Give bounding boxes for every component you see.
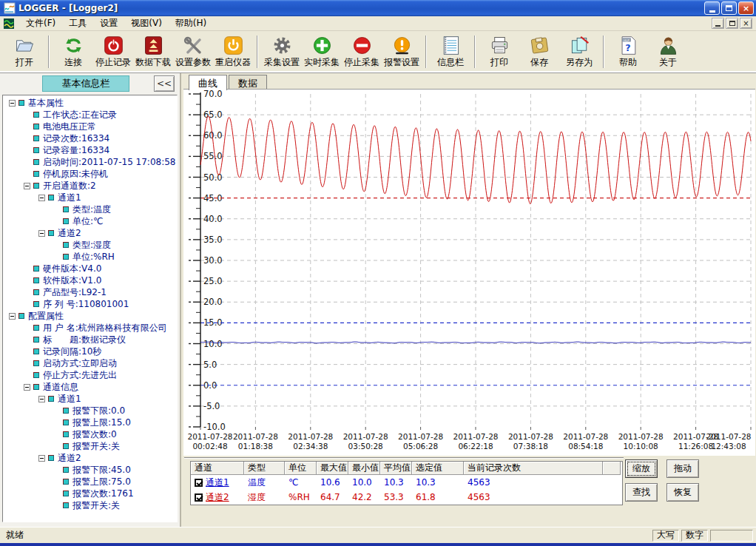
toolbar-button-help[interactable]: HLP?帮助 [608,33,648,70]
tree-item[interactable]: 配置属性 [4,310,177,322]
tree-item[interactable]: 开启通道数:2 [4,180,177,192]
channel-name[interactable]: 通道2 [206,491,229,504]
channel-checkbox[interactable] [195,479,203,487]
tree-item[interactable]: 标 题:数据记录仪 [4,334,177,346]
tree-item[interactable]: 报警次数:0 [4,428,177,440]
find-button[interactable]: 查找 [625,483,658,502]
tree-item[interactable]: 报警上限:15.0 [4,417,177,428]
table-header-cell[interactable]: 最大值 [317,462,348,475]
tree-item[interactable]: 记录次数:16334 [4,132,177,144]
tree-expander-icon[interactable] [24,384,30,391]
tree-item-label: 报警次数:0 [72,428,117,441]
tree-item[interactable]: 单位:%RH [4,251,177,263]
tree-item[interactable]: 报警上限:75.0 [4,476,177,488]
table-header-cell[interactable]: 通道 [191,462,244,475]
tree-item[interactable]: 启动方式:立即启动 [4,357,177,369]
chart-canvas[interactable]: 70.065.060.055.050.045.040.035.030.025.0… [183,90,755,455]
mdi-restore-button[interactable] [726,18,738,29]
tree-expander-icon[interactable] [38,230,45,237]
table-header-cell[interactable]: 当前记录次数 [464,462,603,475]
tree-item[interactable]: 记录容量:16334 [4,144,177,156]
curve-chart[interactable]: 70.065.060.055.050.045.040.035.030.025.0… [183,89,755,456]
tree-expander-icon[interactable] [38,455,45,462]
tree-item[interactable]: 基本属性 [4,97,177,109]
tree-item[interactable]: 序 列 号:110801001 [4,298,177,310]
tree-expander-icon[interactable] [24,183,30,189]
table-header-cell[interactable]: 类型 [244,462,285,475]
tree-item[interactable]: 类型:温度 [4,203,177,215]
tree-item[interactable]: 类型:湿度 [4,239,177,251]
channel-checkbox[interactable] [195,493,203,502]
tree-bullet-icon [33,183,39,189]
toolbar-button-print[interactable]: 打印 [479,33,519,70]
table-header-cell[interactable]: 平均值 [380,462,412,475]
tree-expander-icon[interactable] [9,100,16,107]
table-row-channel2[interactable]: 通道2湿度%RH64.742.253.361.84563 [191,490,622,505]
tree-bullet-icon [33,325,39,331]
tree-item[interactable]: 产品型号:L92-1 [4,286,177,298]
tree-item[interactable]: 通道1 [4,393,177,405]
table-header-cell[interactable]: 最小值 [348,462,380,475]
tree-item[interactable]: 用 户 名:杭州路格科技有限公司 [4,322,177,334]
table-row-channel1[interactable]: 通道1温度℃10.610.010.310.34563 [191,475,622,490]
toolbar-button-connect[interactable]: 连接 [53,33,93,70]
tree-expander-icon[interactable] [38,195,45,201]
tree-item[interactable]: 电池电压正常 [4,121,177,132]
tree-item[interactable]: 硬件版本:V4.0 [4,263,177,274]
channel-name[interactable]: 通道1 [206,476,229,489]
table-header-cell[interactable]: 单位 [285,462,317,475]
tree-item[interactable]: 通道2 [4,452,177,464]
tree-item[interactable]: 报警次数:1761 [4,488,177,499]
restore-button[interactable] [721,1,737,15]
toolbar-button-info-panel[interactable]: 信息栏 [431,33,470,70]
toolbar-button-realtime-capture[interactable]: 实时采集 [302,33,342,70]
tree-item[interactable]: 通道1 [4,192,177,203]
toolbar-button-stop-record[interactable]: 停止记录 [93,33,133,70]
close-button[interactable]: × [738,1,754,15]
tree-item[interactable]: 报警下限:0.0 [4,405,177,417]
tree-expander-icon[interactable] [9,313,16,320]
toolbar-button-alarm-settings[interactable]: 报警设置 [382,33,422,70]
menu-item-3[interactable]: 视图(V) [124,16,169,31]
toolbar-button-stop-capture[interactable]: 停止采集 [342,33,382,70]
tree-item[interactable]: 记录间隔:10秒 [4,346,177,357]
zoom-button[interactable]: 缩放 [625,459,658,478]
tree-item[interactable]: 通道2 [4,227,177,239]
tree-item[interactable]: 启动时间:2011-07-15 17:08:58 [4,156,177,168]
tree-expander-icon[interactable] [38,396,45,402]
toolbar-button-capture-settings[interactable]: 采集设置 [262,33,302,70]
tree-item[interactable]: 报警开关:关 [4,440,177,452]
toolbar-button-save[interactable]: 保存 [519,33,559,70]
tree-item[interactable]: 单位:℃ [4,215,177,227]
drag-button[interactable]: 拖动 [666,459,699,478]
mdi-minimize-button[interactable] [712,18,724,29]
table-header-cell[interactable] [603,462,621,475]
tree-item[interactable]: 软件版本:V1.0 [4,274,177,286]
tree-item[interactable]: 停机原因:未停机 [4,168,177,180]
tree-item[interactable]: 报警开关:关 [4,499,177,511]
tree-item[interactable]: 工作状态:正在记录 [4,109,177,121]
sidebar-collapse-button[interactable]: << [154,75,175,92]
toolbar-button-download-data[interactable]: 数据下载 [133,33,173,70]
tab-data[interactable]: 数据 [229,75,267,90]
tree-item[interactable]: 报警下限:45.0 [4,464,177,476]
tab-curve[interactable]: 曲线 [189,75,227,90]
toolbar-button-about[interactable]: 关于 [648,33,688,70]
toolbar-button-set-params[interactable]: 设置参数 [173,33,213,70]
tree-item[interactable]: 停止方式:先进先出 [4,369,177,381]
mdi-close-button[interactable]: × [740,18,752,29]
toolbar: 打开连接停止记录数据下载设置参数重启仪器采集设置实时采集停止采集报警设置信息栏打… [0,31,756,73]
toolbar-button-open-folder[interactable]: 打开 [4,33,44,70]
minimize-button[interactable] [704,1,720,15]
toolbar-button-save-as[interactable]: 另存为 [559,33,599,70]
table-header-cell[interactable]: 选定值 [412,462,464,475]
menu-item-0[interactable]: 文件(F) [19,16,62,31]
toolbar-button-restart-device[interactable]: 重启仪器 [213,33,253,70]
restore-button[interactable]: 恢复 [666,483,699,502]
menu-item-1[interactable]: 工具 [62,16,93,31]
tree-item[interactable]: 通道信息 [4,381,177,393]
menu-item-4[interactable]: 帮助(H) [169,16,213,31]
menu-item-2[interactable]: 设置 [93,16,124,31]
toolbar-separator [425,36,427,68]
basic-info-header-button[interactable]: 基本信息栏 [42,75,129,92]
